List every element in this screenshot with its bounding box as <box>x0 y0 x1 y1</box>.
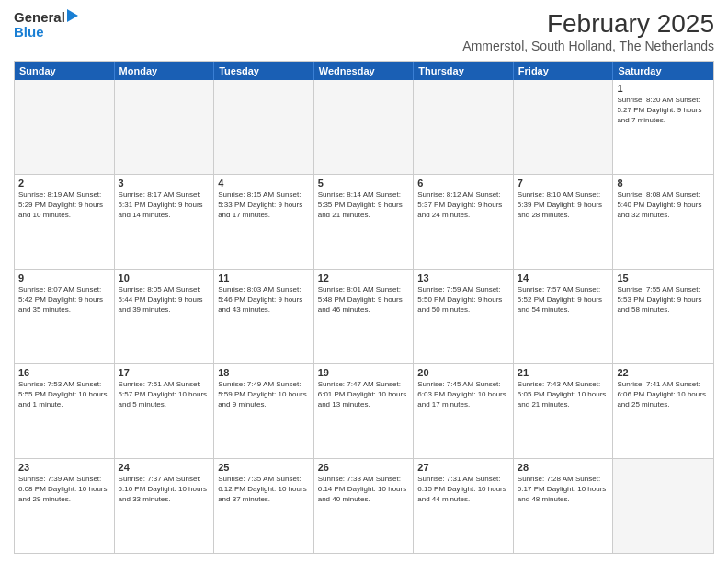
day-number: 28 <box>518 462 609 473</box>
header-day-tuesday: Tuesday <box>214 62 314 80</box>
logo: General Blue <box>14 9 78 40</box>
logo-blue-text: Blue <box>14 24 44 40</box>
header-day-thursday: Thursday <box>414 62 514 80</box>
calendar-day-23: 23Sunrise: 7:39 AM Sunset: 6:08 PM Dayli… <box>15 459 115 553</box>
calendar-day-2: 2Sunrise: 8:19 AM Sunset: 5:29 PM Daylig… <box>15 175 115 269</box>
calendar-empty-cell <box>15 80 115 174</box>
day-content: Sunrise: 8:05 AM Sunset: 5:44 PM Dayligh… <box>119 285 210 315</box>
calendar: SundayMondayTuesdayWednesdayThursdayFrid… <box>14 61 714 554</box>
day-content: Sunrise: 7:47 AM Sunset: 6:01 PM Dayligh… <box>318 380 410 409</box>
title-area: February 2025 Ammerstol, South Holland, … <box>462 9 714 53</box>
day-number: 5 <box>318 178 410 189</box>
day-content: Sunrise: 7:53 AM Sunset: 5:55 PM Dayligh… <box>18 380 110 409</box>
day-content: Sunrise: 7:33 AM Sunset: 6:14 PM Dayligh… <box>318 475 410 504</box>
calendar-day-12: 12Sunrise: 8:01 AM Sunset: 5:48 PM Dayli… <box>314 270 415 363</box>
calendar-day-6: 6Sunrise: 8:12 AM Sunset: 5:37 PM Daylig… <box>414 175 514 269</box>
header-day-wednesday: Wednesday <box>314 62 415 80</box>
day-number: 26 <box>318 462 410 473</box>
calendar-day-16: 16Sunrise: 7:53 AM Sunset: 5:55 PM Dayli… <box>15 364 115 458</box>
day-number: 18 <box>218 367 310 378</box>
day-content: Sunrise: 7:35 AM Sunset: 6:12 PM Dayligh… <box>218 475 310 504</box>
day-content: Sunrise: 8:12 AM Sunset: 5:37 PM Dayligh… <box>417 190 509 220</box>
day-content: Sunrise: 7:49 AM Sunset: 5:59 PM Dayligh… <box>218 380 310 409</box>
day-number: 15 <box>617 272 710 283</box>
day-content: Sunrise: 8:08 AM Sunset: 5:40 PM Dayligh… <box>617 190 710 220</box>
logo-general-text: General <box>14 10 65 24</box>
day-number: 13 <box>417 272 509 283</box>
header-day-saturday: Saturday <box>613 62 713 80</box>
day-number: 24 <box>119 462 210 473</box>
day-number: 9 <box>18 272 110 283</box>
day-number: 20 <box>417 367 509 378</box>
day-content: Sunrise: 7:39 AM Sunset: 6:08 PM Dayligh… <box>18 475 110 504</box>
calendar-day-5: 5Sunrise: 8:14 AM Sunset: 5:35 PM Daylig… <box>314 175 415 269</box>
day-content: Sunrise: 8:19 AM Sunset: 5:29 PM Dayligh… <box>18 190 110 220</box>
calendar-day-19: 19Sunrise: 7:47 AM Sunset: 6:01 PM Dayli… <box>314 364 415 458</box>
day-number: 8 <box>617 178 710 189</box>
calendar-day-13: 13Sunrise: 7:59 AM Sunset: 5:50 PM Dayli… <box>414 270 514 363</box>
calendar-day-22: 22Sunrise: 7:41 AM Sunset: 6:06 PM Dayli… <box>613 364 713 458</box>
calendar-day-24: 24Sunrise: 7:37 AM Sunset: 6:10 PM Dayli… <box>115 459 215 553</box>
logo-arrow-icon <box>67 9 78 22</box>
day-number: 6 <box>417 178 509 189</box>
day-number: 12 <box>318 272 410 283</box>
day-content: Sunrise: 8:20 AM Sunset: 5:27 PM Dayligh… <box>617 96 710 125</box>
day-number: 22 <box>617 367 710 378</box>
calendar-empty-cell <box>115 80 215 174</box>
day-content: Sunrise: 8:10 AM Sunset: 5:39 PM Dayligh… <box>518 190 609 220</box>
calendar-week-4: 16Sunrise: 7:53 AM Sunset: 5:55 PM Dayli… <box>15 364 713 459</box>
page: General Blue February 2025 Ammerstol, So… <box>0 0 728 563</box>
calendar-empty-cell <box>613 459 713 553</box>
day-content: Sunrise: 7:31 AM Sunset: 6:15 PM Dayligh… <box>417 475 509 504</box>
calendar-empty-cell <box>314 80 415 174</box>
day-number: 27 <box>417 462 509 473</box>
logo-box: General Blue <box>14 9 78 40</box>
header: General Blue February 2025 Ammerstol, So… <box>14 9 714 53</box>
day-content: Sunrise: 8:15 AM Sunset: 5:33 PM Dayligh… <box>218 190 310 220</box>
calendar-header: SundayMondayTuesdayWednesdayThursdayFrid… <box>15 62 713 80</box>
day-content: Sunrise: 7:28 AM Sunset: 6:17 PM Dayligh… <box>518 475 609 504</box>
day-number: 3 <box>119 178 210 189</box>
day-number: 16 <box>18 367 110 378</box>
header-day-friday: Friday <box>514 62 614 80</box>
day-content: Sunrise: 7:55 AM Sunset: 5:53 PM Dayligh… <box>617 285 710 315</box>
day-number: 23 <box>18 462 110 473</box>
month-title: February 2025 <box>462 9 714 39</box>
calendar-week-1: 1Sunrise: 8:20 AM Sunset: 5:27 PM Daylig… <box>15 80 713 175</box>
day-number: 14 <box>518 272 609 283</box>
day-content: Sunrise: 7:59 AM Sunset: 5:50 PM Dayligh… <box>417 285 509 315</box>
header-day-monday: Monday <box>115 62 215 80</box>
calendar-week-3: 9Sunrise: 8:07 AM Sunset: 5:42 PM Daylig… <box>15 270 713 364</box>
calendar-week-2: 2Sunrise: 8:19 AM Sunset: 5:29 PM Daylig… <box>15 175 713 270</box>
day-content: Sunrise: 8:07 AM Sunset: 5:42 PM Dayligh… <box>18 285 110 315</box>
day-number: 21 <box>518 367 609 378</box>
day-content: Sunrise: 7:51 AM Sunset: 5:57 PM Dayligh… <box>119 380 210 409</box>
calendar-day-7: 7Sunrise: 8:10 AM Sunset: 5:39 PM Daylig… <box>514 175 614 269</box>
calendar-day-9: 9Sunrise: 8:07 AM Sunset: 5:42 PM Daylig… <box>15 270 115 363</box>
day-number: 4 <box>218 178 310 189</box>
calendar-day-15: 15Sunrise: 7:55 AM Sunset: 5:53 PM Dayli… <box>613 270 713 363</box>
calendar-day-10: 10Sunrise: 8:05 AM Sunset: 5:44 PM Dayli… <box>115 270 215 363</box>
calendar-day-8: 8Sunrise: 8:08 AM Sunset: 5:40 PM Daylig… <box>613 175 713 269</box>
day-number: 10 <box>119 272 210 283</box>
calendar-empty-cell <box>514 80 614 174</box>
day-content: Sunrise: 8:14 AM Sunset: 5:35 PM Dayligh… <box>318 190 410 220</box>
day-content: Sunrise: 7:45 AM Sunset: 6:03 PM Dayligh… <box>417 380 509 409</box>
day-content: Sunrise: 7:43 AM Sunset: 6:05 PM Dayligh… <box>518 380 609 409</box>
day-number: 25 <box>218 462 310 473</box>
day-number: 7 <box>518 178 609 189</box>
calendar-empty-cell <box>214 80 314 174</box>
calendar-day-25: 25Sunrise: 7:35 AM Sunset: 6:12 PM Dayli… <box>214 459 314 553</box>
day-content: Sunrise: 7:57 AM Sunset: 5:52 PM Dayligh… <box>518 285 609 315</box>
day-number: 1 <box>617 83 710 94</box>
calendar-day-4: 4Sunrise: 8:15 AM Sunset: 5:33 PM Daylig… <box>214 175 314 269</box>
calendar-day-1: 1Sunrise: 8:20 AM Sunset: 5:27 PM Daylig… <box>613 80 713 174</box>
day-content: Sunrise: 7:37 AM Sunset: 6:10 PM Dayligh… <box>119 475 210 504</box>
calendar-week-5: 23Sunrise: 7:39 AM Sunset: 6:08 PM Dayli… <box>15 459 713 553</box>
day-content: Sunrise: 8:03 AM Sunset: 5:46 PM Dayligh… <box>218 285 310 315</box>
calendar-body: 1Sunrise: 8:20 AM Sunset: 5:27 PM Daylig… <box>15 80 713 553</box>
location-subtitle: Ammerstol, South Holland, The Netherland… <box>462 39 714 53</box>
day-number: 19 <box>318 367 410 378</box>
calendar-day-3: 3Sunrise: 8:17 AM Sunset: 5:31 PM Daylig… <box>115 175 215 269</box>
calendar-empty-cell <box>414 80 514 174</box>
